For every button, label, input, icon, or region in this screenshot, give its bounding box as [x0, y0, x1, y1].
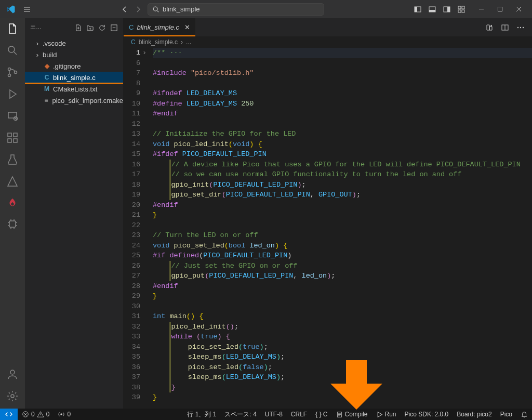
activity-remote-icon[interactable]	[6, 110, 19, 122]
layout-toggle-secondary-icon[interactable]	[443, 5, 451, 14]
editor: C blink_simple.c ✕ C blink_simple.c › ..…	[124, 18, 532, 409]
tree-folder-vscode[interactable]: ›.vscode	[25, 37, 123, 49]
window-minimize-icon[interactable]	[472, 0, 490, 18]
svg-point-27	[517, 27, 518, 28]
status-encoding[interactable]: UTF-8	[261, 411, 287, 418]
svg-rect-18	[8, 133, 11, 137]
svg-point-0	[153, 7, 157, 11]
svg-rect-9	[458, 10, 461, 12]
tab-label: blink_simple.c	[137, 23, 179, 31]
svg-rect-4	[429, 10, 435, 12]
status-problems[interactable]: 0 0	[18, 411, 54, 418]
radio-icon	[58, 411, 65, 418]
status-pico[interactable]: Pico	[496, 411, 516, 418]
command-center[interactable]: blink_simple	[148, 3, 324, 16]
nav-back-icon[interactable]	[121, 5, 129, 14]
activity-testing-icon[interactable]	[6, 153, 19, 166]
breadcrumb-file-icon: C	[131, 38, 136, 46]
status-indent[interactable]: スペース: 4	[220, 410, 260, 419]
new-file-icon[interactable]	[74, 23, 82, 31]
error-icon	[22, 411, 29, 418]
file-tree: ›.vscode ›build ◆.gitignore Cblink_simpl…	[25, 36, 123, 107]
breadcrumb[interactable]: C blink_simple.c › ...	[124, 36, 532, 48]
editor-action-more-icon[interactable]	[516, 23, 525, 32]
window-close-icon[interactable]	[509, 0, 528, 18]
status-board[interactable]: Board: pico2	[453, 411, 496, 418]
svg-point-15	[15, 71, 17, 74]
activity-settings-icon[interactable]	[6, 390, 19, 402]
code-content[interactable]: /** ··· #include "pico/stdlib.h" #ifndef…	[148, 48, 532, 409]
activity-cmake-icon[interactable]	[6, 175, 19, 188]
file-c-icon: C	[129, 23, 134, 31]
status-eol[interactable]: CRLF	[287, 411, 311, 418]
svg-rect-2	[415, 7, 417, 12]
remote-indicator[interactable]	[0, 409, 18, 420]
code-area[interactable]: 1›67891011121314151617181920212223242526…	[124, 48, 532, 409]
search-text: blink_simple	[163, 5, 200, 13]
compile-icon	[336, 411, 343, 418]
svg-rect-19	[8, 139, 11, 142]
activity-search-icon[interactable]	[6, 44, 19, 57]
status-sdk[interactable]: Pico SDK: 2.0.0	[401, 411, 453, 418]
tabs: C blink_simple.c ✕	[124, 18, 532, 36]
tab-close-icon[interactable]: ✕	[184, 23, 190, 31]
nav-history	[121, 5, 142, 14]
statusbar: 0 0 0 行 1、列 1 スペース: 4 UTF-8 CRLF { } C C…	[0, 409, 532, 420]
activity-scm-icon[interactable]	[6, 66, 19, 78]
main-area: エ... ›.vscode ›build ◆.gitignore Cblink_…	[0, 18, 532, 409]
activity-pico-icon[interactable]	[7, 197, 18, 208]
tree-file-cmake[interactable]: MCMakeLists.txt	[25, 83, 123, 95]
svg-rect-10	[462, 10, 464, 12]
svg-point-23	[10, 370, 15, 374]
tree-file-pico-import[interactable]: ≡pico_sdk_import.cmake	[25, 95, 123, 106]
status-run[interactable]: Run	[372, 411, 401, 418]
svg-rect-16	[8, 112, 17, 118]
tab-blink-simple[interactable]: C blink_simple.c ✕	[124, 18, 196, 36]
search-icon	[152, 6, 159, 13]
editor-action-compare-icon[interactable]	[485, 23, 494, 32]
activity-extensions-icon[interactable]	[6, 132, 19, 144]
explorer-sidebar: エ... ›.vscode ›build ◆.gitignore Cblink_…	[25, 18, 124, 409]
activity-chip-icon[interactable]	[6, 218, 19, 230]
svg-rect-7	[458, 6, 461, 9]
status-cursor[interactable]: 行 1、列 1	[183, 410, 220, 419]
tree-file-blink[interactable]: Cblink_simple.c	[25, 72, 123, 83]
nav-forward-icon[interactable]	[134, 5, 142, 14]
refresh-icon[interactable]	[98, 23, 106, 31]
window-maximize-icon[interactable]	[490, 0, 509, 18]
svg-rect-22	[9, 221, 16, 227]
collapse-icon[interactable]	[110, 23, 118, 31]
svg-rect-20	[14, 139, 17, 142]
svg-rect-6	[447, 7, 450, 12]
new-folder-icon[interactable]	[86, 23, 94, 31]
status-compile[interactable]: Compile	[332, 411, 372, 418]
vscode-logo-icon	[6, 5, 16, 14]
svg-point-14	[8, 74, 11, 77]
status-ports[interactable]: 0	[54, 411, 75, 418]
run-icon	[376, 411, 383, 418]
layout-customize-icon[interactable]	[457, 5, 466, 14]
menu-icon[interactable]	[23, 5, 31, 14]
svg-rect-8	[462, 6, 464, 9]
status-bell-icon[interactable]	[516, 411, 532, 418]
editor-action-split-icon[interactable]	[501, 23, 509, 32]
layout-toggle-panel-icon[interactable]	[428, 5, 436, 14]
tree-file-gitignore[interactable]: ◆.gitignore	[25, 60, 123, 72]
svg-point-29	[523, 27, 524, 28]
svg-point-13	[8, 68, 11, 71]
gutter: 1›67891011121314151617181920212223242526…	[124, 48, 148, 409]
explorer-title: エ...	[30, 23, 42, 31]
activity-account-icon[interactable]	[6, 368, 19, 380]
activity-explorer-icon[interactable]	[6, 22, 19, 35]
tree-folder-build[interactable]: ›build	[25, 49, 123, 60]
status-language[interactable]: { } C	[311, 411, 331, 418]
svg-rect-21	[14, 133, 17, 137]
svg-point-24	[11, 395, 14, 398]
titlebar: blink_simple	[0, 0, 532, 18]
warning-icon	[37, 411, 44, 418]
svg-point-12	[8, 46, 15, 52]
activity-debug-icon[interactable]	[6, 88, 19, 100]
activity-bar	[0, 18, 25, 409]
layout-toggle-primary-icon[interactable]	[414, 5, 422, 14]
svg-rect-11	[498, 7, 502, 11]
